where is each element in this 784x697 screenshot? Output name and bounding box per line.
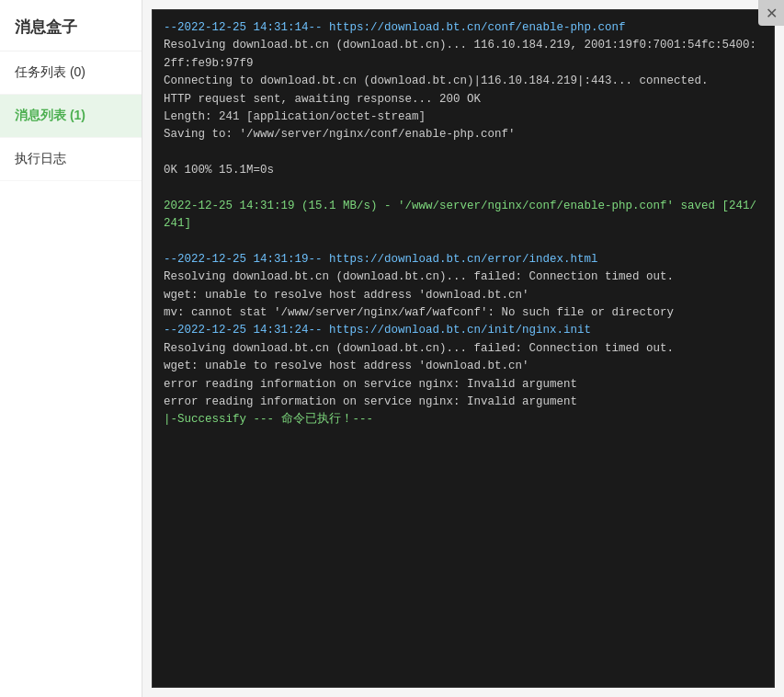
terminal-line: 0K 100% 15.1M=0s — [164, 164, 274, 177]
terminal-line: --2022-12-25 14:31:14-- https://download… — [164, 21, 626, 34]
terminal-line: Length: 241 [application/octet-stream] — [164, 110, 426, 123]
terminal-line: Saving to: '/www/server/nginx/conf/enabl… — [164, 128, 516, 141]
terminal-line: mv: cannot stat '/www/server/nginx/waf/w… — [164, 306, 674, 319]
terminal-line: Resolving download.bt.cn (download.bt.cn… — [164, 39, 756, 69]
terminal-line: Connecting to download.bt.cn (download.b… — [164, 74, 709, 87]
terminal-line: wget: unable to resolve host address 'do… — [164, 289, 529, 302]
main-content: --2022-12-25 14:31:14-- https://download… — [142, 0, 784, 697]
sidebar-title: 消息盒子 — [0, 0, 142, 51]
sidebar-item-messages[interactable]: 消息列表 (1) — [0, 95, 142, 138]
terminal-line: Resolving download.bt.cn (download.bt.cn… — [164, 342, 674, 355]
terminal-line: --2022-12-25 14:31:24-- https://download… — [164, 324, 591, 337]
terminal-line: error reading information on service ngi… — [164, 395, 577, 408]
main-container: ✕ 消息盒子 任务列表 (0) 消息列表 (1) 执行日志 --2022-12-… — [0, 0, 784, 697]
sidebar-item-logs[interactable]: 执行日志 — [0, 138, 142, 181]
close-icon: ✕ — [766, 5, 778, 22]
terminal-line: --2022-12-25 14:31:19-- https://download… — [164, 253, 598, 266]
terminal-line: 2022-12-25 14:31:19 (15.1 MB/s) - '/www/… — [164, 200, 756, 230]
terminal-line: HTTP request sent, awaiting response... … — [164, 93, 481, 106]
terminal-line: |-Successify --- 命令已执行！--- — [164, 413, 373, 426]
terminal-line: error reading information on service ngi… — [164, 378, 577, 391]
terminal-line: wget: unable to resolve host address 'do… — [164, 360, 529, 372]
sidebar-item-tasks[interactable]: 任务列表 (0) — [0, 51, 142, 95]
terminal-line: Resolving download.bt.cn (download.bt.cn… — [164, 270, 674, 283]
terminal-log[interactable]: --2022-12-25 14:31:14-- https://download… — [152, 9, 775, 688]
sidebar: 消息盒子 任务列表 (0) 消息列表 (1) 执行日志 — [0, 0, 142, 697]
close-button[interactable]: ✕ — [758, 0, 784, 26]
